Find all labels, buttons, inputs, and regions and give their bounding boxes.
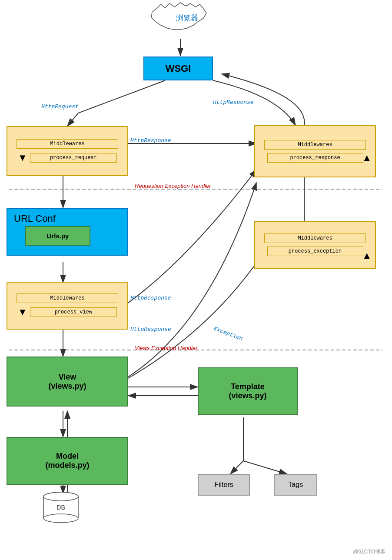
wsgi-box: WSGI bbox=[143, 57, 213, 80]
http-response-label-1: HttpResponse bbox=[130, 137, 171, 144]
exception-label: Exception bbox=[213, 325, 244, 342]
template-label: Template (views.py) bbox=[229, 382, 266, 400]
svg-text:DB: DB bbox=[56, 504, 65, 511]
urlspy-box: Urls.py bbox=[25, 226, 90, 246]
middleware-process-exception-box: Middlewares process_exception ▲ bbox=[254, 221, 376, 269]
middleware-label-1: Middlewares bbox=[17, 139, 118, 149]
filters-box: Filters bbox=[198, 474, 250, 496]
diagram-container: 浏览器 WSGI HttpRequest HttpResponse Middle… bbox=[0, 0, 392, 560]
urlconf-title: URL Conf bbox=[7, 209, 127, 227]
middleware-exception-label-1: Middlewares bbox=[264, 233, 366, 243]
filters-label: Filters bbox=[214, 481, 233, 489]
http-response-label-3: HttpResponse bbox=[130, 326, 171, 333]
middleware-response-label-1: Middlewares bbox=[264, 140, 366, 150]
http-response-label-2: HttpResponse bbox=[130, 295, 171, 301]
browser-label: 浏览器 bbox=[161, 13, 213, 23]
tags-box: Tags bbox=[274, 474, 317, 496]
model-box: Model (models.py) bbox=[7, 437, 128, 485]
http-request-label: HttpRequest bbox=[41, 103, 79, 110]
svg-point-22 bbox=[43, 492, 78, 501]
middleware-view-label-1: Middlewares bbox=[17, 293, 118, 303]
model-label: Model (models.py) bbox=[45, 452, 89, 470]
db-cylinder-svg: DB bbox=[41, 491, 80, 524]
wsgi-label: WSGI bbox=[166, 63, 191, 74]
middleware-process-exception-label: process_exception bbox=[267, 247, 363, 256]
tags-label: Tags bbox=[288, 481, 303, 489]
view-label: View (views.py) bbox=[48, 373, 86, 391]
view-box: View (views.py) bbox=[7, 357, 128, 407]
middleware-process-response-label: process_response bbox=[267, 153, 363, 163]
http-response-wsgi-label: HttpResponse bbox=[213, 99, 254, 106]
middleware-process-request-box: Middlewares ▼ process_request bbox=[7, 126, 128, 176]
template-box: Template (views.py) bbox=[198, 367, 298, 415]
svg-point-21 bbox=[43, 514, 78, 523]
urlspy-label: Urls.py bbox=[47, 232, 69, 240]
watermark: @51CTO博客 bbox=[353, 548, 385, 556]
middleware-process-view-label: process_view bbox=[30, 307, 117, 317]
middleware-process-view-box: Middlewares ▼ process_view bbox=[7, 282, 128, 330]
req-exception-handler-label: Requestion Exception Handler bbox=[135, 183, 211, 189]
middleware-process-response-box: Middlewares process_response ▲ bbox=[254, 125, 376, 177]
middleware-process-request-label: process_request bbox=[30, 153, 117, 163]
views-exception-handler-label: Views Exception Handler bbox=[135, 345, 197, 351]
